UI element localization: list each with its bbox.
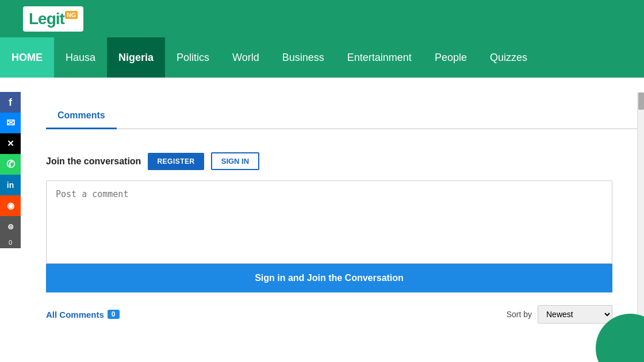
comments-section: Join the conversation REGISTER SIGN IN S… <box>46 129 621 335</box>
facebook-share-button[interactable]: f <box>0 92 21 113</box>
comment-count-badge: 0 <box>108 310 120 319</box>
nav-item-hausa[interactable]: Hausa <box>54 37 107 78</box>
reddit-share-button[interactable]: ◉ <box>0 195 21 216</box>
nav-item-quizzes[interactable]: Quizzes <box>478 37 539 78</box>
tabs-bar: Comments <box>46 103 637 129</box>
messenger-share-button[interactable]: ✉ <box>0 113 21 133</box>
whatsapp-share-button[interactable]: ✆ <box>0 154 21 175</box>
join-conversation-button[interactable]: Sign in and Join the Conversation <box>46 264 612 292</box>
nav-item-people[interactable]: People <box>423 37 478 78</box>
sort-label: Sort by <box>507 310 532 319</box>
sort-select[interactable]: Newest Oldest Most Liked <box>538 305 612 324</box>
social-sidebar: f ✉ ✕ ✆ in ◉ ⊜ 0 <box>0 92 22 248</box>
nav-item-world[interactable]: World <box>221 37 271 78</box>
all-comments-row: All Comments 0 Sort by Newest Oldest Mos… <box>46 305 612 324</box>
nav-item-politics[interactable]: Politics <box>165 37 221 78</box>
share-count: 0 <box>0 237 21 248</box>
linkedin-share-button[interactable]: in <box>0 175 21 195</box>
main-content: Comments Join the conversation REGISTER … <box>23 92 637 335</box>
comment-textarea[interactable] <box>46 180 612 264</box>
header-top: Legit NG <box>0 0 644 37</box>
nav-item-business[interactable]: Business <box>271 37 336 78</box>
copy-share-button[interactable]: ⊜ <box>0 216 21 237</box>
all-comments-text: All Comments <box>46 310 104 319</box>
logo-suffix: NG <box>65 11 78 19</box>
join-conversation-text: Join the conversation <box>46 156 141 167</box>
register-button[interactable]: REGISTER <box>148 153 204 170</box>
signin-button[interactable]: SIGN IN <box>211 152 259 170</box>
tab-comments[interactable]: Comments <box>46 103 117 129</box>
nav-item-nigeria[interactable]: Nigeria <box>107 37 165 78</box>
all-comments-label: All Comments 0 <box>46 310 120 319</box>
nav-item-entertainment[interactable]: Entertainment <box>336 37 423 78</box>
logo-text: Legit <box>29 10 64 28</box>
nav-bar: HOME Hausa Nigeria Politics World Busine… <box>0 37 644 78</box>
logo[interactable]: Legit NG <box>23 6 83 32</box>
sort-row: Sort by Newest Oldest Most Liked <box>507 305 612 324</box>
header: Legit NG HOME Hausa Nigeria Politics Wor… <box>0 0 644 78</box>
scrollbar-thumb[interactable] <box>638 93 644 110</box>
join-conversation-row: Join the conversation REGISTER SIGN IN <box>46 152 610 170</box>
twitter-share-button[interactable]: ✕ <box>0 133 21 154</box>
nav-item-home[interactable]: HOME <box>0 37 54 78</box>
